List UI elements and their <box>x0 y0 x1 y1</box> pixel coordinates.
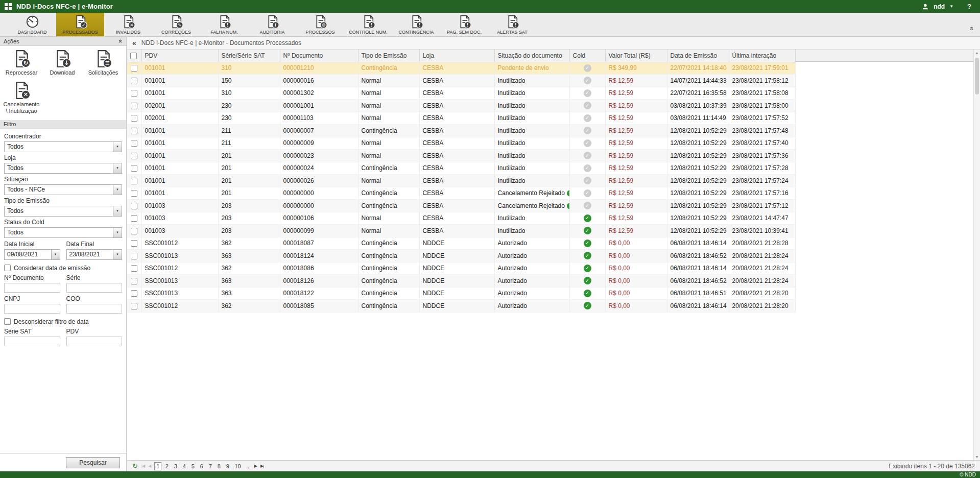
page-10[interactable]: 10 <box>233 463 242 470</box>
situacao-help-icon[interactable]: ? <box>567 190 569 197</box>
select-all-checkbox[interactable] <box>130 53 137 59</box>
table-row[interactable]: 001001150000000016NormalCESBAInutilizado… <box>127 75 795 87</box>
row-checkbox[interactable] <box>131 165 137 172</box>
ribbon-item-dashboard[interactable]: DASHBOARD <box>8 13 56 36</box>
page-1[interactable]: 1 <box>154 462 161 470</box>
ribbon-item-alertas-sat[interactable]: !ALERTAS SAT <box>488 13 536 36</box>
row-checkbox[interactable] <box>131 103 137 109</box>
row-checkbox[interactable] <box>131 90 137 97</box>
chevron-down-icon[interactable]: ▼ <box>113 142 122 152</box>
row-checkbox[interactable] <box>131 178 137 184</box>
row-checkbox[interactable] <box>131 140 137 147</box>
refresh-icon[interactable]: ↻ <box>132 463 138 469</box>
ribbon-item-processados[interactable]: ✓PROCESSADOS <box>56 13 104 36</box>
action-cancelamento-inutilizacao[interactable]: ✕Cancelamento \ Inutilização <box>1 81 42 114</box>
table-row[interactable]: SSC001012362000018086ContingênciaNDDCEAu… <box>127 262 795 275</box>
considerar-data-emissao-checkbox[interactable] <box>4 265 11 271</box>
chevron-down-icon[interactable]: ▼ <box>51 250 60 259</box>
ribbon-item-contingencia[interactable]: !CONTINGÊNCIA <box>392 13 440 36</box>
page-7[interactable]: 7 <box>207 463 213 470</box>
chevron-down-icon[interactable]: ▼ <box>113 206 122 216</box>
status-cold-select[interactable]: Todos▼ <box>4 227 122 238</box>
serie-input[interactable] <box>66 283 123 293</box>
prev-page-icon[interactable]: ◀ <box>148 464 151 468</box>
chevron-down-icon[interactable]: ▼ <box>949 4 953 9</box>
table-row[interactable]: 001001211000000007ContingênciaCESBAInuti… <box>127 125 795 137</box>
action-reprocessar[interactable]: ↻Reprocessar <box>1 50 42 76</box>
ribbon-item-falha-num[interactable]: !FALHA NUM. <box>200 13 248 36</box>
tipo-emissao-select[interactable]: Todos▼ <box>4 206 122 217</box>
desconsiderar-filtro-checkbox[interactable] <box>4 318 11 325</box>
action-solicitacoes[interactable]: ≡Solicitações <box>83 50 124 76</box>
data-final-field[interactable]: 23/08/2021 ▼ <box>66 249 123 260</box>
chevron-down-icon[interactable]: ▼ <box>113 250 122 259</box>
cnpj-input[interactable] <box>4 304 60 314</box>
table-row[interactable]: 001003203000000106NormalCESBAInutilizado… <box>127 212 795 225</box>
first-page-icon[interactable]: |◀ <box>141 464 145 468</box>
serie-sat-input[interactable] <box>4 337 60 346</box>
page-4[interactable]: 4 <box>181 463 187 470</box>
scrollbar-thumb[interactable] <box>975 58 979 94</box>
row-checkbox[interactable] <box>131 128 137 134</box>
chevron-down-icon[interactable]: ▼ <box>113 228 122 237</box>
table-row[interactable]: 002001230000001001NormalCESBAInutilizado… <box>127 100 795 112</box>
column-header-tipo-de-emissao[interactable]: Tipo de Emissão <box>358 50 419 62</box>
row-checkbox[interactable] <box>131 215 137 222</box>
data-inicial-field[interactable]: 09/08/2021 ▼ <box>4 249 60 260</box>
last-page-icon[interactable]: ▶| <box>260 464 264 468</box>
table-row[interactable]: 001001201000000024ContingênciaCESBAInuti… <box>127 162 795 175</box>
page-3[interactable]: 3 <box>172 463 179 470</box>
loja-select[interactable]: Todos▼ <box>4 163 122 174</box>
table-row[interactable]: 001001201000000000ContingênciaCESBACance… <box>127 187 795 200</box>
next-page-icon[interactable]: ▶ <box>254 464 257 468</box>
column-header-loja[interactable]: Loja <box>419 50 494 62</box>
row-checkbox[interactable] <box>131 190 137 197</box>
scroll-up-icon[interactable]: ▲ <box>974 51 980 55</box>
row-checkbox[interactable] <box>131 78 137 84</box>
num-documento-input[interactable] <box>4 283 60 293</box>
column-header-n-documento[interactable]: Nº Documento <box>280 50 358 62</box>
concentrador-select[interactable]: Todos▼ <box>4 141 122 152</box>
chevron-down-icon[interactable]: ▼ <box>113 185 122 195</box>
page-5[interactable]: 5 <box>189 463 196 470</box>
row-checkbox[interactable] <box>131 228 137 234</box>
table-row[interactable]: 001003203000000000ContingênciaCESBACance… <box>127 200 795 212</box>
coo-input[interactable] <box>66 304 123 314</box>
column-header-ultima-interacao[interactable]: Última interação <box>729 50 795 62</box>
table-row[interactable]: SSC001012362000018085ContingênciaNDDCEAu… <box>127 300 795 313</box>
pagination-ellipsis[interactable]: ... <box>246 463 251 469</box>
ribbon-item-processos[interactable]: ⚙PROCESSOS <box>296 13 344 36</box>
row-checkbox[interactable] <box>131 240 137 247</box>
app-grid-icon[interactable] <box>5 3 12 10</box>
action-download[interactable]: ↓Download <box>42 50 83 76</box>
page-8[interactable]: 8 <box>216 463 222 470</box>
table-row[interactable]: SSC001013363000018126ContingênciaNDDCEAu… <box>127 275 795 288</box>
column-header-valor-total-r[interactable]: Valor Total (R$) <box>605 50 667 62</box>
ribbon-item-auditoria[interactable]: iAUDITORIA <box>248 13 296 36</box>
table-row[interactable]: SSC001012362000018087ContingênciaNDDCEAu… <box>127 237 795 250</box>
row-checkbox[interactable] <box>131 278 137 284</box>
table-row[interactable]: 001001310000001302NormalCESBAInutilizado… <box>127 87 795 100</box>
pesquisar-button[interactable]: Pesquisar <box>66 457 120 468</box>
user-menu[interactable]: ndd <box>934 3 945 10</box>
row-checkbox[interactable] <box>131 290 137 297</box>
row-checkbox[interactable] <box>131 203 137 209</box>
page-6[interactable]: 6 <box>198 463 205 470</box>
pdv-input[interactable] <box>66 337 123 346</box>
table-row[interactable]: 002001230000001103NormalCESBAInutilizado… <box>127 112 795 125</box>
ribbon-item-correcoes[interactable]: ✎CORREÇÕES <box>152 13 200 36</box>
help-button[interactable]: ? <box>967 3 971 10</box>
ribbon-item-invalidos[interactable]: ✕INVÁLIDOS <box>104 13 152 36</box>
collapse-actions-icon[interactable]: « <box>117 39 125 43</box>
table-row[interactable]: 001001201000000026NormalCESBAInutilizado… <box>127 175 795 187</box>
column-header-serie-serie-sat[interactable]: Série/Série SAT <box>218 50 280 62</box>
column-header-situacao-do-documento[interactable]: Situação do documento <box>494 50 569 62</box>
column-header-pdv[interactable]: PDV <box>141 50 218 62</box>
collapse-sidebar-icon[interactable]: « <box>132 39 136 47</box>
column-header-cold[interactable]: Cold <box>569 50 605 62</box>
table-row[interactable]: 001001310000001210ContingênciaCESBAPende… <box>127 62 795 75</box>
table-row[interactable]: SSC001013363000018124ContingênciaNDDCEAu… <box>127 250 795 262</box>
collapse-ribbon-icon[interactable]: « <box>968 27 976 30</box>
table-row[interactable]: 001001211000000009NormalCESBAInutilizado… <box>127 137 795 150</box>
ribbon-item-pag-sem-doc[interactable]: !PAG. SEM DOC. <box>440 13 488 36</box>
